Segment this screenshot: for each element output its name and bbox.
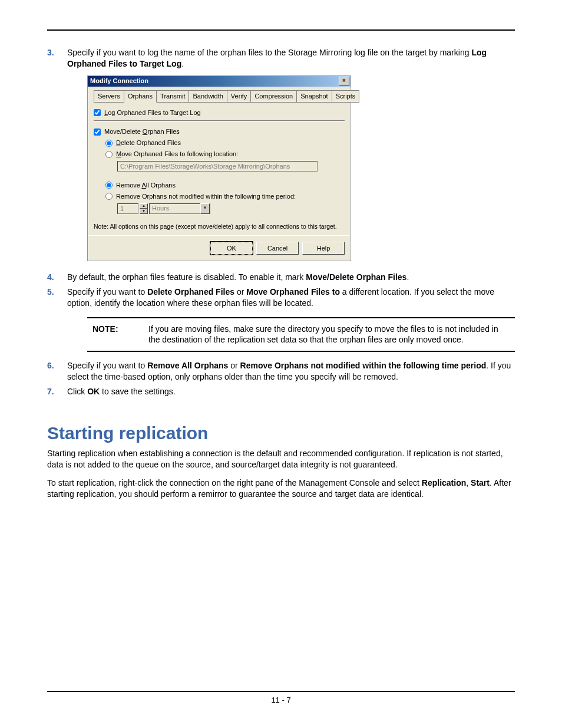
step-7-post: to save the settings. <box>100 387 175 396</box>
delete-orphaned-radio[interactable] <box>105 140 113 147</box>
help-button[interactable]: Help <box>302 242 345 255</box>
note-text: If you are moving files, make sure the d… <box>148 323 510 347</box>
step-6: 6. Specify if you want to Remove All Orp… <box>47 360 515 383</box>
para-1: Starting replication when establishing a… <box>47 448 515 470</box>
para-2-b2: Start <box>471 478 490 487</box>
dialog-note: Note: All options on this page (except m… <box>94 222 345 230</box>
spin-up-button[interactable]: ▲ <box>140 203 148 209</box>
spin-down-button[interactable]: ▼ <box>140 209 148 214</box>
ok-button[interactable]: OK <box>210 242 253 255</box>
tab-bandwidth[interactable]: Bandwidth <box>189 90 227 103</box>
close-icon[interactable]: × <box>339 77 349 86</box>
remove-all-label: Remove All Orphans <box>116 181 176 190</box>
step-6-b2: Remove Orphans not modified within the f… <box>240 361 487 370</box>
step-3-text-pre: Specify if you want to log the name of t… <box>67 48 471 57</box>
step-5-b2: Move Orphaned Files to <box>246 287 340 297</box>
step-7-marker: 7. <box>47 386 54 397</box>
delete-orphaned-label: Delete Orphaned Files <box>116 139 181 147</box>
note-label: NOTE: <box>92 323 148 347</box>
step-6-marker: 6. <box>47 360 54 371</box>
step-5-mid1: or <box>234 287 246 297</box>
move-to-label: Move Orphaned Files to following locatio… <box>116 150 238 159</box>
log-orphaned-row: Log Orphaned Files to Target Log <box>94 108 345 117</box>
time-value-input[interactable] <box>117 203 138 214</box>
tab-compression[interactable]: Compression <box>250 90 297 103</box>
step-5-marker: 5. <box>47 286 54 298</box>
dialog-titlebar: Modify Connection × <box>88 76 351 87</box>
para-2: To start replication, right-click the co… <box>47 477 515 500</box>
time-unit-select[interactable]: Hours ▼ <box>149 203 210 214</box>
step-3: 3. Specify if you want to log the name o… <box>47 47 515 261</box>
remove-all-radio[interactable] <box>105 182 113 189</box>
step-3-text-post: . <box>181 59 184 68</box>
dialog-title: Modify Connection <box>90 77 148 85</box>
step-7-b1: OK <box>87 387 100 396</box>
para-2-pre: To start replication, right-click the co… <box>47 478 422 487</box>
step-6-pre: Specify if you want to <box>67 361 147 370</box>
step-4-post: . <box>406 272 409 282</box>
top-rule <box>47 29 515 31</box>
log-orphaned-label: Log Orphaned Files to Target Log <box>104 108 201 117</box>
tab-scripts[interactable]: Scripts <box>332 90 360 103</box>
section-heading: Starting replication <box>47 423 515 443</box>
step-5: 5. Specify if you want to Delete Orphane… <box>47 286 515 353</box>
page-footer: 11 - 7 <box>0 691 562 704</box>
remove-time-label: Remove Orphans not modified within the f… <box>116 192 296 201</box>
tab-servers[interactable]: Servers <box>94 90 124 103</box>
move-to-radio[interactable] <box>105 151 113 158</box>
step-4-marker: 4. <box>47 272 54 283</box>
step-6-mid1: or <box>228 361 240 370</box>
remove-time-radio[interactable] <box>105 193 113 200</box>
para-2-b1: Replication <box>422 478 466 487</box>
step-5-b1: Delete Orphaned Files <box>147 287 234 297</box>
move-delete-checkbox[interactable] <box>94 129 101 136</box>
page-number: 11 - 7 <box>271 696 290 704</box>
para-2-mid: , <box>466 478 471 487</box>
chevron-down-icon: ▼ <box>200 203 210 214</box>
note-box: NOTE: If you are moving files, make sure… <box>87 317 515 353</box>
cancel-button[interactable]: Cancel <box>256 242 299 255</box>
move-delete-label: Move/Delete Orphan Files <box>104 127 180 136</box>
step-7: 7. Click OK to save the settings. <box>47 386 515 397</box>
time-unit-value: Hours <box>152 204 169 213</box>
step-6-b1: Remove All Orphans <box>147 361 228 370</box>
step-5-pre: Specify if you want to <box>67 287 147 297</box>
move-delete-row: Move/Delete Orphan Files <box>94 127 345 136</box>
dialog-screenshot: Modify Connection × Servers Orphans Tran… <box>87 75 515 261</box>
tab-orphans[interactable]: Orphans <box>124 90 157 103</box>
step-3-marker: 3. <box>47 47 54 58</box>
tab-verify[interactable]: Verify <box>227 90 252 103</box>
tab-snapshot[interactable]: Snapshot <box>296 90 332 103</box>
step-4-bold: Move/Delete Orphan Files <box>306 272 406 282</box>
tab-transmit[interactable]: Transmit <box>156 90 189 103</box>
step-4: 4. By default, the orphan files feature … <box>47 272 515 283</box>
log-orphaned-checkbox[interactable] <box>94 109 101 116</box>
dialog-tabs: Servers Orphans Transmit Bandwidth Verif… <box>94 90 345 103</box>
move-path-input[interactable] <box>117 161 318 172</box>
step-7-pre: Click <box>67 387 87 396</box>
step-4-pre: By default, the orphan files feature is … <box>67 272 306 282</box>
